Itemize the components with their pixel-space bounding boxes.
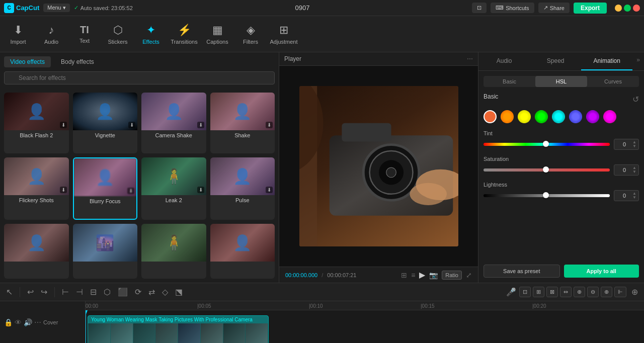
- tab-animation[interactable]: Animation: [581, 52, 632, 70]
- player-header: Player ⋯: [279, 52, 478, 66]
- effect-thumb-row3-4: 👤: [210, 224, 275, 262]
- timeline-tool-2[interactable]: ⊞: [533, 287, 544, 297]
- tool-filters[interactable]: ◈ Filters: [234, 18, 267, 50]
- tool-adjustment[interactable]: ⊞ Adjustment: [268, 18, 300, 50]
- rotate-tool[interactable]: ◇: [160, 286, 170, 298]
- tool-stickers[interactable]: ⬡ Stickers: [102, 18, 134, 50]
- grid-view-icon[interactable]: ⊞: [401, 271, 407, 279]
- tab-speed[interactable]: Speed: [530, 52, 581, 70]
- crop-tool[interactable]: ⬡: [102, 286, 113, 298]
- lock-icon[interactable]: 🔒: [4, 318, 13, 326]
- menu-button[interactable]: Menu ▾: [43, 4, 70, 12]
- tint-slider-thumb[interactable]: [543, 141, 549, 147]
- select-tool[interactable]: ↖: [4, 286, 15, 298]
- tint-value-input[interactable]: 0 ▲ ▼: [614, 139, 639, 150]
- video-effects-tab[interactable]: Video effects: [4, 56, 51, 67]
- effect-card-row3-2[interactable]: 🌆: [73, 224, 138, 279]
- timeline-tool-4[interactable]: ⇔: [560, 287, 572, 297]
- timeline-fit-icon[interactable]: ⊕: [629, 286, 640, 298]
- maximize-button[interactable]: [624, 5, 631, 12]
- lightness-slider-track[interactable]: [484, 194, 610, 197]
- volume-icon[interactable]: 🔊: [24, 318, 32, 326]
- timeline-tool-5[interactable]: ⊕: [574, 287, 585, 297]
- timeline-tool-7[interactable]: ⊩: [614, 287, 626, 297]
- hsl-tab-basic[interactable]: Basic: [484, 76, 535, 87]
- saturation-down-arrow[interactable]: ▼: [632, 170, 636, 174]
- microphone-button[interactable]: 🎤: [506, 287, 516, 297]
- player-menu-icon[interactable]: ⋯: [467, 55, 473, 62]
- effect-card-black-flash-2[interactable]: 👤 ⬇ Black Flash 2: [4, 93, 69, 153]
- mirror-tool[interactable]: ⇄: [146, 286, 157, 298]
- tint-slider-track[interactable]: [484, 143, 610, 146]
- tool-captions[interactable]: ▦ Captions: [201, 18, 233, 50]
- apply-all-button[interactable]: Apply to all: [564, 265, 639, 278]
- saturation-value-input[interactable]: 0 ▲ ▼: [614, 164, 639, 176]
- tool-transitions[interactable]: ⚡ Transitions: [168, 18, 200, 50]
- save-preset-button[interactable]: Save as preset: [484, 265, 560, 278]
- saturation-slider-track[interactable]: [484, 168, 610, 172]
- effect-card-row3-1[interactable]: 👤: [4, 224, 69, 279]
- effect-card-blurry-focus[interactable]: 👤 ⬇ Blurry Focus: [73, 157, 138, 220]
- expand-icon[interactable]: »: [632, 52, 644, 70]
- minimize-button[interactable]: [615, 5, 622, 12]
- undo-button[interactable]: ↩: [25, 286, 36, 298]
- export-button[interactable]: Export: [574, 3, 607, 14]
- ratio-button[interactable]: Ratio: [442, 271, 462, 280]
- hsl-tab-curves[interactable]: Curves: [587, 76, 639, 87]
- delete-tool[interactable]: ⊟: [88, 286, 99, 298]
- tab-audio[interactable]: Audio: [478, 52, 530, 70]
- close-button[interactable]: [633, 5, 640, 12]
- playhead[interactable]: [86, 310, 86, 343]
- monitor-button[interactable]: ⊡: [472, 3, 487, 13]
- play-button[interactable]: ▶: [419, 270, 425, 280]
- tint-down-arrow[interactable]: ▼: [632, 144, 636, 148]
- swatch-magenta[interactable]: [603, 110, 616, 123]
- effect-card-flickery-shots[interactable]: 👤 ⬇ Flickery Shots: [4, 157, 69, 220]
- tool-text[interactable]: TI Text: [68, 18, 101, 50]
- reset-button[interactable]: ↺: [632, 95, 639, 104]
- freeze-tool[interactable]: ⬛: [116, 286, 130, 298]
- swatch-cyan[interactable]: [552, 110, 565, 123]
- lightness-value-input[interactable]: 0 ▲ ▼: [614, 190, 639, 201]
- swatch-purple[interactable]: [586, 110, 599, 123]
- swatch-blue[interactable]: [569, 110, 582, 123]
- swatch-red[interactable]: [484, 110, 497, 123]
- effects-search-input[interactable]: [4, 71, 275, 84]
- snapshot-icon[interactable]: 📷: [429, 271, 438, 279]
- body-effects-tab[interactable]: Body effects: [55, 56, 100, 67]
- lightness-down-arrow[interactable]: ▼: [632, 196, 636, 200]
- split-tool[interactable]: ⊢: [60, 286, 71, 298]
- trim-tool[interactable]: ⊣: [74, 286, 85, 298]
- hsl-tab-hsl[interactable]: HSL: [535, 76, 587, 87]
- effect-card-row3-3[interactable]: 🧍: [141, 224, 206, 279]
- saturation-slider-thumb[interactable]: [543, 166, 549, 173]
- loop-tool[interactable]: ⟳: [133, 286, 143, 298]
- timeline-tool-1[interactable]: ⊡: [519, 287, 531, 297]
- effect-card-pulse[interactable]: 👤 ⬇ Pulse: [210, 157, 275, 220]
- timeline-tool-6[interactable]: ⊖: [587, 287, 599, 297]
- swatch-green[interactable]: [535, 110, 548, 123]
- list-view-icon[interactable]: ≡: [411, 271, 415, 279]
- transform-tool[interactable]: ⬔: [173, 286, 185, 298]
- redo-button[interactable]: ↪: [39, 286, 49, 298]
- effect-card-camera-shake[interactable]: 👤 ⬇ Camera Shake: [141, 93, 206, 153]
- share-button[interactable]: ↗ Share: [538, 3, 570, 13]
- timeline-tool-3[interactable]: ⊠: [546, 287, 558, 297]
- timeline-zoom-in[interactable]: ⊕: [601, 287, 612, 297]
- swatch-orange[interactable]: [501, 110, 514, 123]
- tool-effects[interactable]: ✦ Effects: [135, 18, 167, 50]
- track-controls: 🔒 👁 🔊 ⋯ Cover: [4, 318, 81, 326]
- video-track-clip[interactable]: Young Woman Wearing Mask Taking Pictures…: [88, 315, 269, 343]
- fullscreen-icon[interactable]: ⤢: [466, 271, 472, 279]
- tool-import[interactable]: ⬇ Import: [2, 18, 34, 50]
- effect-card-row3-4[interactable]: 👤: [210, 224, 275, 279]
- visibility-icon[interactable]: 👁: [15, 318, 22, 326]
- effect-card-leak-2[interactable]: 🧍 ⬇ Leak 2: [141, 157, 206, 220]
- more-icon[interactable]: ⋯: [34, 318, 41, 326]
- tool-audio[interactable]: ♪ Audio: [35, 18, 67, 50]
- effect-card-vignette[interactable]: 👤 ⬇ Vignette: [73, 93, 138, 153]
- lightness-slider-thumb[interactable]: [543, 192, 549, 198]
- swatch-yellow[interactable]: [518, 110, 531, 123]
- shortcuts-button[interactable]: ⌨ Shortcuts: [491, 3, 534, 13]
- effect-card-shake[interactable]: 👤 ⬇ Shake: [210, 93, 275, 153]
